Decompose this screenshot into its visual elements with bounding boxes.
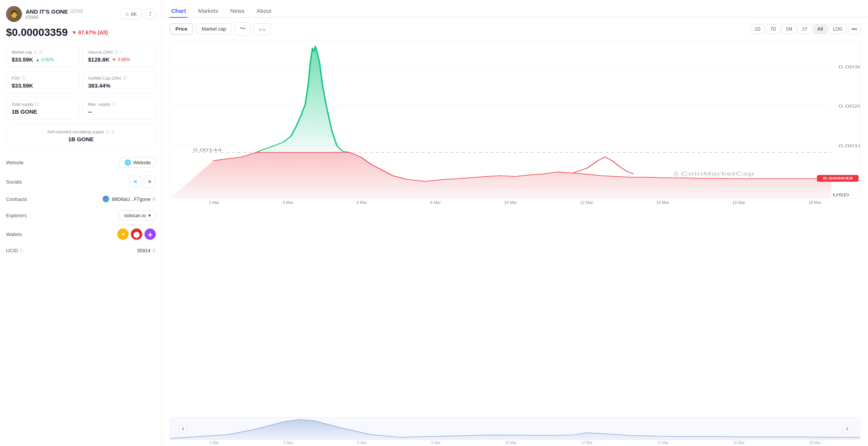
share-button[interactable]: ⤴	[145, 9, 156, 20]
max-supply-info-icon[interactable]: ⓘ	[112, 102, 115, 107]
volume-external-icon[interactable]: ›	[120, 50, 121, 54]
mini-x-axis: 2 Mar 4 Mar 6 Mar 8 Mar 10 Mar 12 Mar 14…	[170, 440, 860, 446]
time-log-btn[interactable]: LOG	[829, 24, 846, 34]
x-label-3: 8 Mar	[430, 200, 441, 205]
wallets-label: Wallets	[6, 231, 22, 237]
wallets-row: Wallets ✦ ⬤ ◈	[6, 225, 156, 244]
vol-mkt-info-icon[interactable]: ⓘ	[123, 76, 127, 81]
time-all-btn[interactable]: All	[813, 24, 827, 34]
socials-value: ✕ ✈	[129, 176, 156, 188]
header-actions: ☆ 6K ⤴	[120, 9, 156, 20]
mini-chart-wrapper: ⏸ ⏸	[170, 417, 860, 440]
candle-chart-icon-btn[interactable]: ⬦⬦	[253, 23, 271, 35]
wallet-icon-3[interactable]: ◈	[144, 228, 156, 240]
mini-x-label-6: 14 Mar	[657, 441, 669, 445]
x-label-6: 14 Mar	[656, 200, 669, 205]
time-controls: 1D 7D 1M 1Y All LOG •••	[751, 24, 860, 34]
token-header: 🧑 AND IT'S GONE GONE #3998 ☆ 6K ⤴	[6, 6, 156, 22]
svg-text:⟠ CoinMarketCap: ⟠ CoinMarketCap	[673, 171, 754, 177]
copy-icon[interactable]: ⎘	[153, 196, 156, 202]
contracts-value: 89D8aU...F7gone ⎘	[103, 196, 156, 202]
fdv-card: FDV ⓘ $33.59K	[6, 71, 80, 94]
explorers-row: Explorers solscan.io ▾	[6, 207, 156, 225]
contracts-row: Contracts 89D8aU...F7gone ⎘	[6, 192, 156, 207]
wallet-icon-1[interactable]: ✦	[117, 228, 129, 240]
svg-text:0.0030: 0.0030	[839, 65, 860, 69]
ucid-label: UCID	[6, 248, 18, 253]
right-panel: Chart Markets News About Price Market ca…	[162, 0, 868, 446]
mini-x-label-7: 16 Mar	[733, 441, 745, 445]
x-label-8: 18 Mar	[808, 200, 821, 205]
vol-mkt-card: Vol/Mkt Cap (24h) ⓘ 383.44%	[83, 71, 156, 94]
info-rows: Website 🌐 Website Socials ✕ ✈ Contracts	[6, 153, 156, 258]
vol-mkt-value: 383.44%	[88, 82, 111, 89]
circulating-info-icon[interactable]: ⓘ	[106, 129, 109, 134]
mini-x-label-0: 2 Mar	[209, 441, 219, 445]
ucid-copy-icon[interactable]: ⎘	[153, 248, 156, 253]
socials-row: Socials ✕ ✈	[6, 172, 156, 192]
volume-change: ▼ 3.68%	[112, 57, 130, 62]
price-display: $0.00003359	[6, 26, 68, 39]
contract-address: 89D8aU...F7gone	[112, 196, 151, 202]
star-button[interactable]: ☆ 6K	[120, 9, 142, 20]
total-supply-info-icon[interactable]: ⓘ	[35, 102, 39, 107]
time-1y-btn[interactable]: 1Y	[798, 24, 812, 34]
tab-about[interactable]: About	[255, 5, 273, 18]
price-chart-svg: 0.00144	[170, 40, 860, 198]
time-1d-btn[interactable]: 1D	[751, 24, 765, 34]
wallets-value: ✦ ⬤ ◈	[117, 228, 156, 240]
website-value: 🌐 Website	[120, 157, 156, 168]
mini-x-label-4: 10 Mar	[505, 441, 517, 445]
x-label-4: 10 Mar	[504, 200, 517, 205]
circulating-warn-icon: ⚠	[111, 130, 115, 134]
fdv-info-icon[interactable]: ⓘ	[22, 76, 25, 81]
left-panel: 🧑 AND IT'S GONE GONE #3998 ☆ 6K ⤴	[0, 0, 162, 446]
mini-x-label-3: 8 Mar	[431, 441, 441, 445]
chevron-down-icon: ▾	[148, 213, 151, 218]
twitter-button[interactable]: ✕	[129, 176, 141, 188]
explorers-value: solscan.io ▾	[119, 210, 156, 221]
tab-markets[interactable]: Markets	[197, 5, 220, 18]
avatar-image: 🧑	[6, 6, 22, 22]
wallet-icon-2[interactable]: ⬤	[131, 228, 142, 240]
max-supply-label: Max. supply ⓘ	[88, 102, 151, 107]
mini-x-label-1: 4 Mar	[283, 441, 293, 445]
explorer-button[interactable]: solscan.io ▾	[119, 210, 156, 221]
globe-icon: 🌐	[124, 159, 131, 165]
pause-btn-right[interactable]: ⏸	[843, 425, 851, 432]
explorers-label: Explorers	[6, 213, 27, 218]
more-options-btn[interactable]: •••	[848, 24, 860, 34]
telegram-button[interactable]: ✈	[144, 176, 156, 188]
ucid-row: UCID ⓘ 35914 ⎘	[6, 244, 156, 258]
fdv-value: $33.59K	[12, 82, 33, 89]
max-supply-value: --	[88, 108, 92, 115]
contracts-label: Contracts	[6, 196, 27, 202]
x-label-2: 6 Mar	[356, 200, 367, 205]
price-change-all: ▼ 97.67% (All)	[72, 29, 108, 35]
market-cap-btn[interactable]: Market cap	[196, 23, 232, 34]
line-chart-icon-btn[interactable]: 〜	[235, 22, 250, 35]
vol-mkt-label: Vol/Mkt Cap (24h) ⓘ	[88, 76, 151, 81]
tab-chart[interactable]: Chart	[170, 5, 187, 18]
pause-btn-left[interactable]: ⏸	[179, 425, 187, 432]
time-7d-btn[interactable]: 7D	[766, 24, 780, 34]
time-1m-btn[interactable]: 1M	[782, 24, 796, 34]
ucid-info-icon[interactable]: ⓘ	[20, 248, 23, 253]
price-row: $0.00003359 ▼ 97.67% (All)	[6, 26, 156, 39]
mini-x-label-5: 12 Mar	[581, 441, 593, 445]
price-btn[interactable]: Price	[170, 23, 193, 34]
svg-text:0.00144: 0.00144	[193, 148, 222, 152]
fdv-label: FDV ⓘ	[12, 76, 74, 81]
tab-news[interactable]: News	[229, 5, 246, 18]
svg-text:0.000033: 0.000033	[823, 176, 853, 180]
token-ticker: GONE	[70, 9, 83, 14]
market-cap-info-icon[interactable]: ⓘ	[39, 49, 43, 55]
token-avatar: 🧑	[6, 6, 22, 22]
star-count: 6K	[131, 11, 137, 17]
volume-info-icon[interactable]: ⓘ	[114, 49, 118, 55]
token-name: AND IT'S GONE	[26, 8, 68, 15]
volume-card: Volume (24h) ⓘ › $128.8K ▼ 3.68%	[83, 45, 156, 68]
contract-chain-icon	[103, 196, 109, 202]
website-button[interactable]: 🌐 Website	[120, 157, 156, 168]
svg-text:USD: USD	[833, 193, 849, 197]
